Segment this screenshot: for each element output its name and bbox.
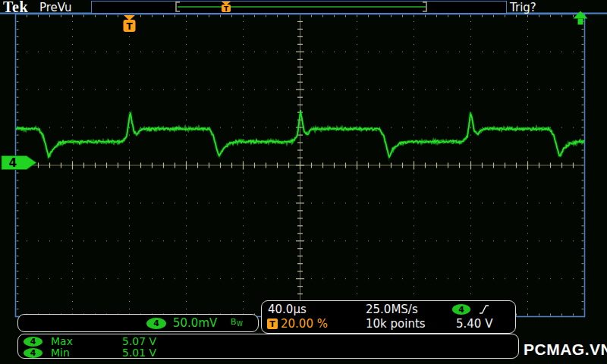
- record-length: 10k points: [366, 317, 426, 331]
- trigger-source-badge: 4: [452, 304, 470, 315]
- svg-text:4: 4: [9, 156, 17, 170]
- header-bar: Tek PreVu Trig? T: [0, 0, 607, 14]
- brand-logo: Tek: [3, 0, 28, 16]
- svg-text:T: T: [126, 21, 133, 32]
- trigger-position-marker: T: [124, 15, 136, 32]
- vertical-scale: 50.0mV: [173, 316, 217, 330]
- measurement-value: 5.01 V: [122, 347, 156, 359]
- trigger-level: 5.40 V: [456, 317, 492, 331]
- bandwidth-limit-icon: B: [231, 317, 237, 327]
- bandwidth-limit-icon-sub: W: [237, 321, 243, 328]
- measurement-channel-badge: 4: [24, 348, 42, 358]
- trigger-position: 20.00 %: [281, 317, 328, 331]
- horizontal-trigger-readout: 40.0µs 25.0MS/s 4 T 20.00 % 10k points 5…: [261, 300, 516, 334]
- trigger-status: Trig?: [510, 1, 536, 14]
- record-trigger-marker: T: [222, 2, 231, 12]
- record-view-bar: T: [91, 1, 507, 14]
- rising-edge-slope-icon: [478, 303, 490, 315]
- channel-4-position-marker: 4: [2, 156, 36, 171]
- timebase: 40.0µs: [268, 303, 307, 316]
- pcmag-watermark: PCMAG.VN: [524, 340, 607, 359]
- sample-rate: 25.0MS/s: [366, 303, 418, 316]
- channel-readout: 4 50.0mV B W: [17, 314, 259, 332]
- grid-dots: [17, 15, 584, 316]
- trigger-icon: T: [267, 318, 278, 329]
- measurement-channel-badge: 4: [24, 337, 42, 347]
- svg-text:T: T: [224, 5, 229, 13]
- measurement-name: Min: [51, 347, 70, 359]
- acquisition-mode: PreVu: [39, 1, 72, 14]
- oscilloscope-screen: T 4 Tek PreVu Trig? T: [0, 0, 607, 364]
- channel-4-badge: 4: [146, 318, 166, 329]
- measurements-panel: 4 Max 5.07 V 4 Min 5.01 V: [17, 334, 519, 359]
